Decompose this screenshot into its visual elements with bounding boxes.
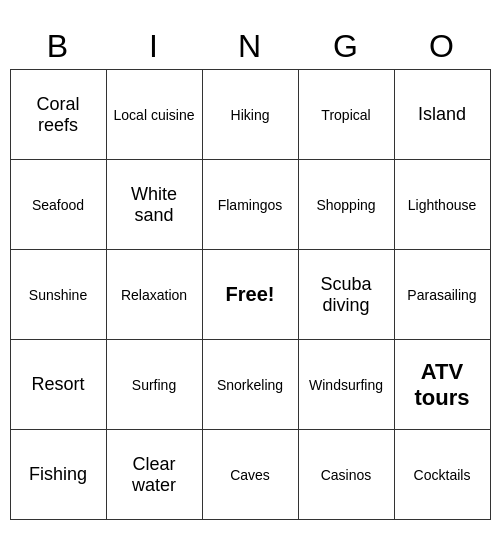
- table-row: SeafoodWhite sandFlamingosShoppingLighth…: [10, 160, 490, 250]
- cell-r0-c0[interactable]: Coral reefs: [10, 70, 106, 160]
- cell-r2-c4[interactable]: Parasailing: [394, 250, 490, 340]
- header-n: N: [202, 24, 298, 69]
- table-row: Coral reefsLocal cuisineHikingTropicalIs…: [10, 70, 490, 160]
- cell-r3-c0[interactable]: Resort: [10, 340, 106, 430]
- header-o: O: [394, 24, 490, 69]
- table-row: ResortSurfingSnorkelingWindsurfingATV to…: [10, 340, 490, 430]
- table-row: SunshineRelaxationFree!Scuba divingParas…: [10, 250, 490, 340]
- table-row: FishingClear waterCavesCasinosCocktails: [10, 430, 490, 520]
- cell-r4-c1[interactable]: Clear water: [106, 430, 202, 520]
- header-i: I: [106, 24, 202, 69]
- header-b: B: [10, 24, 106, 69]
- cell-r1-c2[interactable]: Flamingos: [202, 160, 298, 250]
- cell-r4-c2[interactable]: Caves: [202, 430, 298, 520]
- cell-r1-c1[interactable]: White sand: [106, 160, 202, 250]
- cell-r1-c0[interactable]: Seafood: [10, 160, 106, 250]
- cell-r4-c0[interactable]: Fishing: [10, 430, 106, 520]
- cell-r4-c4[interactable]: Cocktails: [394, 430, 490, 520]
- cell-r2-c3[interactable]: Scuba diving: [298, 250, 394, 340]
- cell-r0-c2[interactable]: Hiking: [202, 70, 298, 160]
- cell-r3-c2[interactable]: Snorkeling: [202, 340, 298, 430]
- cell-r0-c1[interactable]: Local cuisine: [106, 70, 202, 160]
- cell-r2-c1[interactable]: Relaxation: [106, 250, 202, 340]
- cell-r2-c2[interactable]: Free!: [202, 250, 298, 340]
- cell-r2-c0[interactable]: Sunshine: [10, 250, 106, 340]
- bingo-header: B I N G O: [10, 24, 490, 69]
- bingo-card-container: B I N G O Coral reefsLocal cuisineHiking…: [10, 24, 491, 520]
- header-g: G: [298, 24, 394, 69]
- cell-r0-c3[interactable]: Tropical: [298, 70, 394, 160]
- cell-r3-c1[interactable]: Surfing: [106, 340, 202, 430]
- cell-r3-c4[interactable]: ATV tours: [394, 340, 490, 430]
- cell-r0-c4[interactable]: Island: [394, 70, 490, 160]
- cell-r4-c3[interactable]: Casinos: [298, 430, 394, 520]
- cell-r1-c4[interactable]: Lighthouse: [394, 160, 490, 250]
- cell-r1-c3[interactable]: Shopping: [298, 160, 394, 250]
- bingo-grid: Coral reefsLocal cuisineHikingTropicalIs…: [10, 69, 491, 520]
- cell-r3-c3[interactable]: Windsurfing: [298, 340, 394, 430]
